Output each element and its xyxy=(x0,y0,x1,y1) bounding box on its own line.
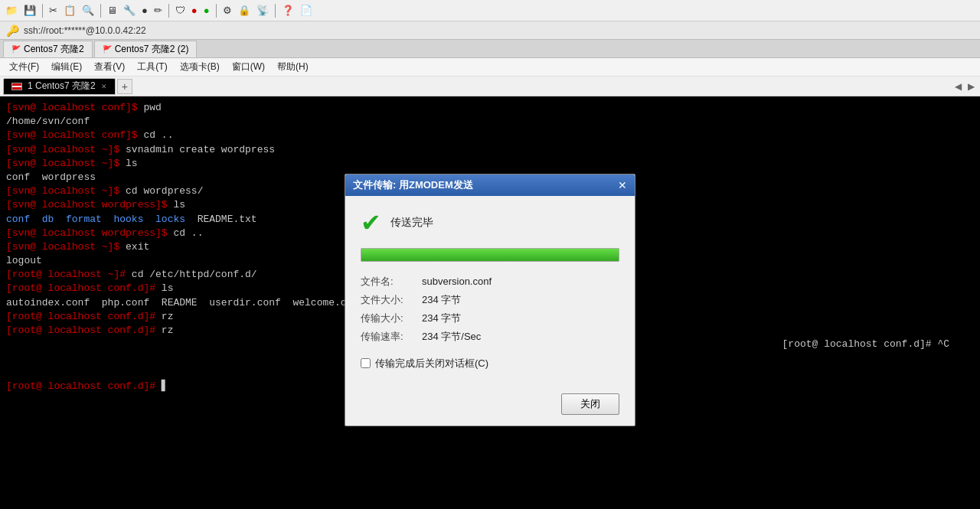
dialog-close-action-button[interactable]: 关闭 xyxy=(561,393,619,415)
transfer-rate-label: 传输速率: xyxy=(361,328,422,346)
term-line-5: [svn@ localhost ~]$ ls xyxy=(6,157,974,171)
tab-flag-1: 🚩 xyxy=(11,45,21,54)
toolbar-red[interactable]: ● xyxy=(189,4,200,17)
file-name-value: subversion.conf xyxy=(422,272,619,291)
toolbar-green[interactable]: ● xyxy=(201,4,212,17)
auto-close-checkbox-row: 传输完成后关闭对话框(C) xyxy=(361,357,619,370)
separator-3 xyxy=(168,4,169,18)
dialog-titlebar: 文件传输: 用ZMODEM发送 ✕ xyxy=(345,175,635,196)
toolbar-gear[interactable]: ⚙ xyxy=(220,4,234,17)
menu-view[interactable]: 查看(V) xyxy=(88,59,131,75)
address-text: ssh://root:******@10.0.0.42:22 xyxy=(24,25,146,36)
transfer-status-text: 传送完毕 xyxy=(390,216,433,230)
file-transfer-dialog: 文件传输: 用ZMODEM发送 ✕ ✔ 传送完毕 文件名: xyxy=(345,174,635,426)
address-bar: 🔑 ssh://root:******@10.0.0.42:22 xyxy=(0,21,980,40)
file-name-label: 文件名: xyxy=(361,272,422,291)
transfer-rate-row: 传输速率: 234 字节/Sec xyxy=(361,328,619,346)
progress-bar-fill xyxy=(361,249,619,261)
separator-4 xyxy=(216,4,217,18)
term-line-2: /home/svn/conf xyxy=(6,115,974,129)
auto-close-checkbox[interactable] xyxy=(361,358,371,368)
tab-flag-2: 🚩 xyxy=(103,45,112,54)
toolbar-paste[interactable]: 📋 xyxy=(61,4,78,17)
menu-tools[interactable]: 工具(T) xyxy=(131,59,173,75)
separator-5 xyxy=(275,4,276,18)
menu-edit[interactable]: 编辑(E) xyxy=(45,59,88,75)
session-flag xyxy=(11,83,22,90)
transfer-rate-value: 234 字节/Sec xyxy=(422,328,619,346)
dialog-body: ✔ 传送完毕 文件名: subversion.conf 文件大小: 234 字节 xyxy=(345,196,635,393)
file-name-row: 文件名: subversion.conf xyxy=(361,272,619,291)
menu-help[interactable]: 帮助(H) xyxy=(271,59,315,75)
main-toolbar: 📁 💾 ✂ 📋 🔍 🖥 🔧 ● ✏ 🛡 ● ● ⚙ 🔒 📡 ❓ 📄 xyxy=(0,0,980,21)
toolbar-new[interactable]: 📁 xyxy=(3,4,20,17)
file-size-label: 文件大小: xyxy=(361,291,422,309)
info-table: 文件名: subversion.conf 文件大小: 234 字节 传输大小: … xyxy=(361,272,619,346)
dialog-footer: 关闭 xyxy=(345,393,635,426)
term-line-4: [svn@ localhost ~]$ svnadmin create word… xyxy=(6,143,974,157)
main-area: [svn@ localhost conf]$ pwd /home/svn/con… xyxy=(0,96,980,509)
session-tab-1[interactable]: 🚩 Centos7 亮隆2 xyxy=(3,41,93,57)
nav-left-icon[interactable]: ◀ xyxy=(952,81,964,92)
max-size-row: 传输大小: 234 字节 xyxy=(361,309,619,328)
toolbar-network[interactable]: 📡 xyxy=(254,4,271,17)
ssh-icon: 🔑 xyxy=(6,24,19,37)
tab-label-2: Centos7 亮隆2 (2) xyxy=(115,43,189,56)
session-add-button[interactable]: + xyxy=(117,79,132,94)
dialog-close-button[interactable]: ✕ xyxy=(618,180,627,191)
auto-close-label[interactable]: 传输完成后关闭对话框(C) xyxy=(375,357,488,370)
toolbar-security[interactable]: 🛡 xyxy=(173,4,188,17)
toolbar-save[interactable]: 💾 xyxy=(21,4,38,17)
success-checkmark-icon: ✔ xyxy=(361,208,381,237)
term-line-1: [svn@ localhost conf]$ pwd xyxy=(6,101,974,115)
tab-label-1: Centos7 亮隆2 xyxy=(24,43,84,56)
toolbar-doc[interactable]: 📄 xyxy=(298,4,315,17)
session-tab-2[interactable]: 🚩 Centos7 亮隆2 (2) xyxy=(94,41,198,57)
toolbar-dot1[interactable]: ● xyxy=(139,4,150,17)
menu-window[interactable]: 窗口(W) xyxy=(226,59,271,75)
dialog-status-row: ✔ 传送完毕 xyxy=(361,208,619,237)
menu-tabs[interactable]: 选项卡(B) xyxy=(174,59,226,75)
nav-arrows: ◀ ▶ xyxy=(952,81,977,92)
nav-right-icon[interactable]: ▶ xyxy=(965,81,977,92)
session-tabs-row: 🚩 Centos7 亮隆2 🚩 Centos7 亮隆2 (2) xyxy=(0,40,980,58)
session-close-icon[interactable]: ✕ xyxy=(101,83,107,90)
term-line-3: [svn@ localhost conf]$ cd .. xyxy=(6,129,974,142)
dialog-title: 文件传输: 用ZMODEM发送 xyxy=(353,178,473,192)
toolbar-help[interactable]: ❓ xyxy=(279,4,296,17)
toolbar-terminal[interactable]: 🖥 xyxy=(105,4,119,17)
session-label: 1 Centos7 亮隆2 xyxy=(28,80,96,93)
max-size-value: 234 字节 xyxy=(422,309,619,328)
toolbar-copy[interactable]: ✂ xyxy=(47,4,60,17)
toolbar-find[interactable]: 🔍 xyxy=(80,4,96,17)
right-text: [root@ localhost conf.d]# ^C xyxy=(782,338,949,351)
file-size-row: 文件大小: 234 字节 xyxy=(361,291,619,309)
max-size-label: 传输大小: xyxy=(361,309,422,328)
sessions-row: 1 Centos7 亮隆2 ✕ + ◀ ▶ xyxy=(0,77,980,96)
menu-file[interactable]: 文件(F) xyxy=(3,59,45,75)
separator-2 xyxy=(100,4,101,18)
progress-bar-container xyxy=(361,248,619,262)
toolbar-edit[interactable]: ✏ xyxy=(152,4,165,17)
separator-1 xyxy=(42,4,43,18)
menu-bar: 文件(F) 编辑(E) 查看(V) 工具(T) 选项卡(B) 窗口(W) 帮助(… xyxy=(0,58,980,77)
toolbar-settings[interactable]: 🔧 xyxy=(121,4,138,17)
toolbar-lock[interactable]: 🔒 xyxy=(236,4,253,17)
file-size-value: 234 字节 xyxy=(422,291,619,309)
active-session-tab[interactable]: 1 Centos7 亮隆2 ✕ xyxy=(3,78,116,95)
